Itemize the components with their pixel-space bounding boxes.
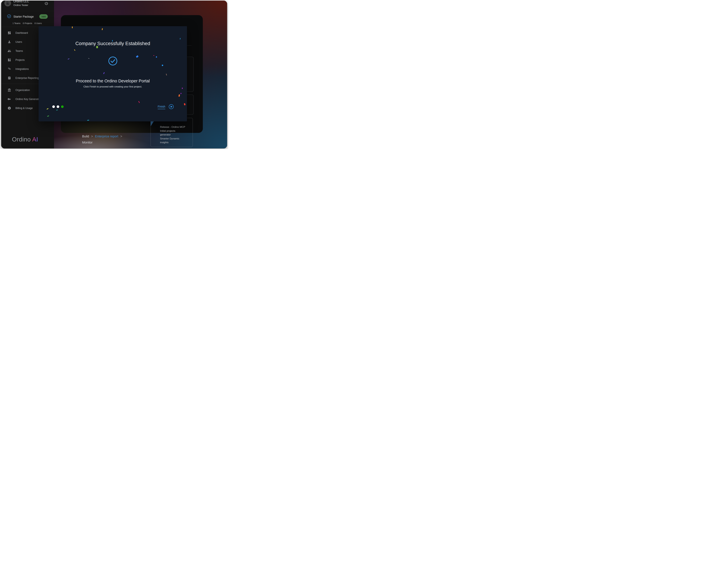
confetti-piece <box>102 28 103 30</box>
organization-icon <box>7 88 11 92</box>
divider <box>1 11 54 11</box>
package-check-icon <box>7 14 11 19</box>
breadcrumb-separator: > <box>91 135 93 138</box>
finish-button[interactable]: Finish <box>158 105 165 109</box>
sidebar-item-label: Teams <box>16 50 23 53</box>
modal-title: Company Successfully Established <box>38 41 187 46</box>
sidebar-item-label: Users <box>16 41 22 44</box>
company-avatar <box>4 1 11 6</box>
success-modal: Company Successfully Established Proceed… <box>38 26 187 122</box>
app-logo: OrdinoAI <box>12 136 38 143</box>
building-icon <box>6 1 9 5</box>
svg-text:$: $ <box>9 107 10 109</box>
sidebar-item-label: Billing & Usage <box>16 107 33 110</box>
sidebar-item-label: Projects <box>16 58 25 61</box>
page: apability ability ^ Release - Ordino MCP… <box>0 0 228 149</box>
company-name: Ordino LLC <box>14 1 29 3</box>
package-name: Starter Package <box>14 15 34 18</box>
release-card-text: Release - Ordino MCPInitial projectsgene… <box>160 125 185 144</box>
confetti-piece <box>96 46 98 48</box>
confetti-piece <box>74 49 75 51</box>
package-stat: 0 Users <box>34 22 42 24</box>
breadcrumb: Build > Enterprice report > Monitor <box>82 133 123 146</box>
confetti-piece <box>88 58 89 59</box>
release-card-line: Initial projects <box>160 129 185 133</box>
confetti-piece <box>153 55 154 56</box>
sidebar-item-label: Integrations <box>16 68 29 71</box>
play-icon <box>168 104 174 109</box>
confetti-piece <box>179 94 180 97</box>
confetti-piece <box>166 74 167 76</box>
modal-hint: Click Finish to proceed with creating yo… <box>38 85 187 88</box>
confetti-piece <box>162 64 163 66</box>
breadcrumb-link-enterprice-report[interactable]: Enterprice report <box>95 135 118 138</box>
confetti-piece <box>184 103 185 105</box>
package-stat: 1 Teams <box>12 22 21 24</box>
carousel-dots <box>52 105 63 108</box>
release-card-line: Release - Ordino MCP <box>160 125 185 129</box>
sidebar-item-label: Ordino Key Generation <box>16 98 42 101</box>
confetti-piece <box>47 108 49 110</box>
sidebar-item-label: Organization <box>16 89 30 92</box>
confetti-piece <box>138 101 140 103</box>
sidebar-item-label: Dashboard <box>16 31 28 34</box>
key-icon <box>7 97 11 101</box>
package-stats: 1 Teams0 Projects0 Users <box>12 22 42 24</box>
success-check-icon <box>108 56 118 66</box>
confetti-piece <box>103 72 105 74</box>
confetti-piece <box>72 26 73 28</box>
confetti-piece <box>180 38 180 39</box>
users-icon <box>7 40 11 44</box>
billing-icon: $ <box>7 106 11 110</box>
breadcrumb-build: Build <box>82 135 89 138</box>
release-card-line: insights <box>160 140 185 144</box>
confetti-piece <box>87 120 89 121</box>
logo-accent: AI <box>32 136 38 143</box>
logo-text: Ordino <box>12 136 31 143</box>
company-user: Ordino Tester <box>14 4 28 7</box>
dashboard-icon <box>7 31 11 35</box>
release-card-line: Smarter Dynamic <box>160 137 185 140</box>
confetti-piece <box>56 110 58 110</box>
confetti-piece <box>47 115 49 117</box>
sidebar-item-label: Enterprise Reporting <box>16 77 39 80</box>
teams-icon <box>7 49 11 53</box>
status-badge: Valid <box>39 14 48 19</box>
carousel-dot[interactable] <box>57 105 59 108</box>
carousel-dot[interactable] <box>61 105 63 108</box>
confetti-piece <box>136 55 139 58</box>
modal-subtitle: Proceed to the Ordino Developer Portal <box>38 79 187 83</box>
package-stat: 0 Projects <box>23 22 32 24</box>
projects-icon <box>7 58 11 62</box>
release-card: ^ Release - Ordino MCPInitial projectsge… <box>151 118 193 147</box>
breadcrumb-monitor: Monitor <box>82 141 93 144</box>
app-window: apability ability ^ Release - Ordino MCP… <box>1 1 227 149</box>
confetti-piece <box>180 93 182 94</box>
release-card-line: generator <box>160 133 185 137</box>
breadcrumb-separator: > <box>120 135 122 138</box>
confetti-piece <box>68 58 70 60</box>
confetti-piece <box>156 56 157 58</box>
integrations-icon <box>7 67 11 71</box>
power-icon <box>45 1 48 5</box>
enterprise-reporting-icon <box>7 76 11 80</box>
logout-power-button[interactable] <box>45 1 48 6</box>
carousel-dot[interactable] <box>52 105 55 108</box>
finish-play-button[interactable] <box>168 104 174 109</box>
